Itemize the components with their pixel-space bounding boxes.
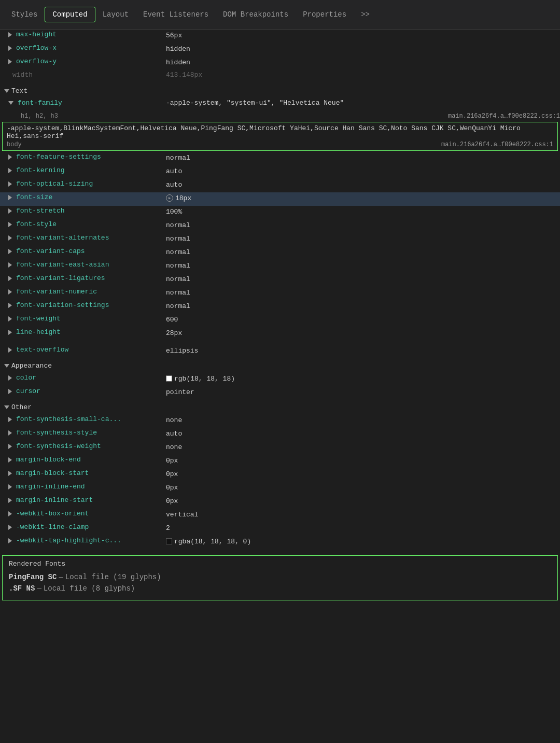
section-appearance: Appearance — [0, 358, 560, 373]
tab-layout[interactable]: Layout — [95, 7, 136, 22]
prop-font-style: font-style normal — [0, 219, 560, 233]
rendered-font-sfns: .SF NS — Local file (8 glyphs) — [9, 584, 551, 593]
color-swatch[interactable] — [166, 375, 172, 382]
expand-icon[interactable] — [8, 444, 12, 449]
expand-icon[interactable] — [8, 208, 12, 214]
expand-icon[interactable] — [8, 155, 12, 160]
expand-icon[interactable] — [8, 276, 12, 281]
expand-icon[interactable] — [8, 498, 12, 503]
prop-name-webkit-tap-highlight: -webkit-tap-highlight-c... — [16, 537, 121, 544]
expand-icon[interactable] — [8, 375, 12, 381]
prop-name-margin-inline-start: margin-inline-start — [16, 496, 93, 504]
prop-name-max-height: max-height — [16, 31, 57, 38]
tab-dom-breakpoints[interactable]: DOM Breakpoints — [216, 7, 296, 22]
section-other-triangle[interactable] — [4, 405, 9, 409]
prop-value-margin-block-start: 0px — [166, 470, 556, 478]
prop-name-webkit-line-clamp: -webkit-line-clamp — [16, 523, 89, 531]
expand-icon[interactable] — [8, 525, 12, 530]
expand-icon[interactable] — [8, 389, 12, 394]
prop-value-font-size: 18px — [166, 194, 556, 202]
prop-name-font-synthesis-small-ca: font-synthesis-small-ca... — [16, 415, 121, 423]
expand-icon[interactable] — [8, 181, 12, 187]
expand-icon[interactable] — [8, 195, 12, 200]
prop-name-font-stretch: font-stretch — [16, 207, 65, 215]
tab-event-listeners[interactable]: Event Listeners — [136, 7, 216, 22]
expand-icon[interactable] — [8, 249, 12, 254]
expand-icon[interactable] — [8, 46, 12, 51]
prop-name-font-weight: font-weight — [16, 315, 61, 323]
expand-icon[interactable] — [8, 289, 12, 295]
expand-icon[interactable] — [8, 32, 12, 37]
prop-name-font-feature-settings: font-feature-settings — [16, 153, 101, 161]
section-text-label: Text — [11, 87, 27, 95]
prop-name-font-kerning: font-kerning — [16, 166, 65, 174]
expand-icon[interactable] — [8, 101, 13, 105]
prop-name-font-style: font-style — [16, 220, 57, 228]
prop-margin-block-start: margin-block-start 0px — [0, 468, 560, 482]
prop-font-kerning: font-kerning auto — [0, 165, 560, 179]
prop-value-font-variation-settings: normal — [166, 302, 556, 310]
tab-bar: Styles Computed Layout Event Listeners D… — [0, 0, 560, 30]
tab-properties[interactable]: Properties — [296, 7, 354, 22]
prop-value-margin-inline-start: 0px — [166, 497, 556, 505]
expand-icon[interactable] — [8, 262, 12, 268]
prop-value-font-weight: 600 — [166, 316, 556, 324]
section-appearance-triangle[interactable] — [4, 364, 9, 368]
tab-styles[interactable]: Styles — [4, 7, 45, 22]
prop-value-webkit-box-orient: vertical — [166, 511, 556, 518]
prop-value-cursor: pointer — [166, 388, 556, 396]
prop-margin-inline-start: margin-inline-start 0px — [0, 495, 560, 509]
prop-name-font-variant-numeric: font-variant-numeric — [16, 288, 97, 296]
tab-more[interactable]: >> — [354, 7, 377, 22]
expand-icon[interactable] — [8, 316, 12, 321]
expand-icon[interactable] — [8, 417, 12, 422]
prop-name-font-variant-ligatures: font-variant-ligatures — [16, 274, 105, 282]
expand-icon[interactable] — [8, 430, 12, 436]
prop-value-line-height: 28px — [166, 329, 556, 337]
prop-value-font-variant-caps: normal — [166, 248, 556, 256]
expand-icon[interactable] — [8, 457, 12, 462]
prop-font-weight: font-weight 600 — [0, 314, 560, 327]
prop-name-width: width — [12, 71, 33, 79]
prop-value-font-synthesis-weight: none — [166, 443, 556, 451]
expand-icon[interactable] — [8, 235, 12, 241]
tab-computed[interactable]: Computed — [45, 7, 95, 22]
expand-icon[interactable] — [8, 484, 12, 489]
prop-font-variant-numeric: font-variant-numeric normal — [0, 287, 560, 300]
font-family-expanded: -apple-system,BlinkMacSystemFont,Helveti… — [2, 122, 558, 151]
prop-value-margin-inline-end: 0px — [166, 484, 556, 492]
expand-icon[interactable] — [8, 59, 12, 64]
expand-icon[interactable] — [8, 511, 12, 516]
expand-icon[interactable] — [8, 538, 12, 543]
prop-value-font-stretch: 100% — [166, 208, 556, 216]
circle-arrow-icon[interactable] — [166, 194, 173, 202]
expand-icon[interactable] — [8, 168, 12, 173]
spacer — [0, 341, 560, 345]
prop-font-variant-alternates: font-variant-alternates normal — [0, 233, 560, 246]
prop-name-font-optical-sizing: font-optical-sizing — [16, 180, 93, 188]
font-name-sfns: .SF NS — [9, 584, 35, 593]
expand-icon[interactable] — [8, 330, 12, 335]
expand-icon[interactable] — [8, 471, 12, 476]
prop-value-webkit-line-clamp: 2 — [166, 524, 556, 532]
font-family-source[interactable]: main.216a26f4.a…f00e8222.css:1 — [448, 113, 560, 120]
rendered-fonts-section: Rendered Fonts PingFang SC — Local file … — [2, 555, 558, 600]
section-text-triangle[interactable] — [4, 89, 9, 93]
prop-font-synthesis-style: font-synthesis-style auto — [0, 428, 560, 441]
expand-icon[interactable] — [8, 303, 12, 308]
expand-icon[interactable] — [8, 222, 12, 227]
tap-highlight-swatch[interactable] — [166, 538, 172, 544]
prop-font-variant-caps: font-variant-caps normal — [0, 246, 560, 260]
prop-value-font-variant-ligatures: normal — [166, 275, 556, 283]
prop-name-font-variant-caps: font-variant-caps — [16, 247, 85, 255]
expand-icon[interactable] — [8, 347, 12, 353]
prop-value-font-style: normal — [166, 221, 556, 229]
prop-value-max-height: 56px — [166, 32, 556, 39]
prop-name-font-variant-alternates: font-variant-alternates — [16, 234, 109, 242]
prop-name-line-height: line-height — [16, 328, 61, 336]
prop-value-overflow-y: hidden — [166, 59, 556, 66]
prop-font-variation-settings: font-variation-settings normal — [0, 300, 560, 314]
font-family-body-source[interactable]: main.216a26f4.a…f00e8222.css:1 — [441, 141, 553, 148]
font-name-pingfang: PingFang SC — [9, 573, 57, 581]
prop-font-variant-ligatures: font-variant-ligatures normal — [0, 273, 560, 287]
